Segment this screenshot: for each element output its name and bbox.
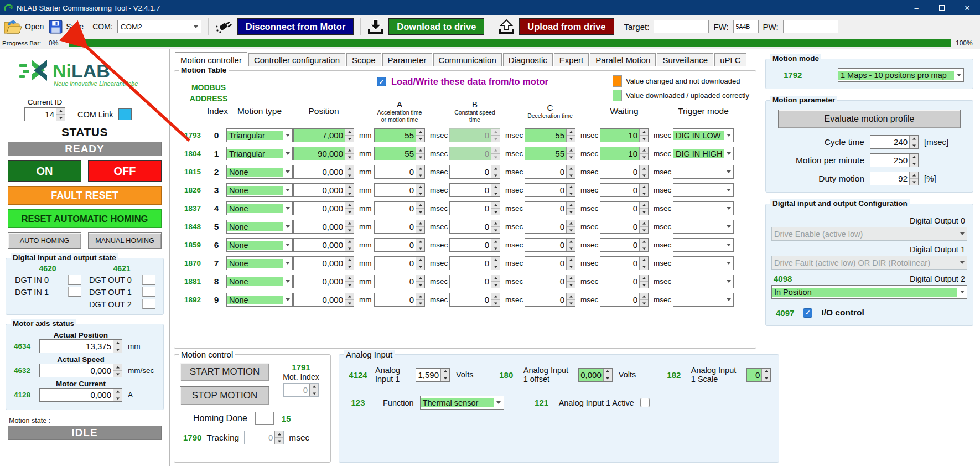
spinner-buttons[interactable] (345, 257, 354, 270)
spinner-buttons[interactable] (491, 184, 500, 196)
spinner-buttons[interactable] (416, 147, 424, 160)
deceleration-time-stepper[interactable]: 0 (525, 293, 575, 307)
spinner-buttons[interactable] (416, 165, 424, 178)
axis-value-stepper[interactable]: 0,000 (39, 388, 122, 402)
spinner-buttons[interactable] (639, 202, 648, 215)
acceleration-time-stepper[interactable]: 0 (374, 293, 425, 307)
constant-speed-time-stepper[interactable]: 0 (449, 238, 500, 252)
constant-speed-time-stepper[interactable]: 0 (449, 128, 500, 142)
off-button[interactable]: OFF (88, 160, 162, 182)
position-stepper[interactable]: 7,000 (293, 128, 354, 142)
manual-homing-button[interactable]: MANUAL HOMING (88, 232, 162, 249)
acceleration-time-stepper[interactable]: 0 (374, 238, 425, 252)
spinner-buttons[interactable] (566, 293, 575, 306)
tab[interactable]: Surveillance (657, 53, 713, 66)
motion-type-select[interactable]: None (226, 201, 293, 215)
motion-type-select[interactable]: None (226, 256, 293, 270)
spinner-buttons[interactable] (345, 129, 354, 142)
mot-index-stepper[interactable]: 0 (283, 383, 319, 397)
parameter-stepper[interactable]: 250 (870, 153, 919, 167)
spinner-buttons[interactable] (345, 239, 354, 251)
waiting-stepper[interactable]: 10 (600, 147, 649, 160)
spinner-buttons[interactable] (416, 129, 424, 142)
spinner-buttons[interactable] (309, 384, 318, 396)
deceleration-time-stepper[interactable]: 55 (525, 147, 575, 160)
position-stepper[interactable]: 90,000 (293, 147, 354, 160)
spinner-buttons[interactable] (345, 184, 354, 196)
waiting-stepper[interactable]: 0 (600, 293, 649, 307)
motion-type-select[interactable]: None (226, 165, 293, 179)
on-button[interactable]: ON (8, 160, 81, 182)
motion-type-select[interactable]: Triangular (226, 128, 293, 142)
spinner-buttons[interactable] (909, 172, 918, 185)
fault-reset-button[interactable]: FAULT RESET (8, 186, 162, 205)
waiting-stepper[interactable]: 0 (600, 256, 649, 270)
spinner-buttons[interactable] (440, 369, 449, 381)
tab[interactable]: Communication (433, 53, 502, 66)
tab[interactable]: Expert (554, 53, 589, 66)
spinner-buttons[interactable] (113, 364, 122, 377)
spinner-buttons[interactable] (274, 431, 283, 444)
open-button[interactable]: Open (3, 19, 44, 34)
position-stepper[interactable]: 0,000 (293, 275, 354, 288)
acceleration-time-stepper[interactable]: 0 (374, 183, 425, 197)
tab[interactable]: Controller configuration (248, 53, 345, 66)
waiting-stepper[interactable]: 0 (600, 183, 649, 197)
spinner-buttons[interactable] (909, 136, 918, 148)
maximize-button[interactable] (929, 0, 955, 15)
position-stepper[interactable]: 0,000 (293, 220, 354, 234)
close-button[interactable]: ✕ (955, 0, 980, 15)
evaluate-motion-profile-button[interactable]: Evaluate motion profile (778, 110, 961, 128)
spinner-buttons[interactable] (491, 293, 500, 306)
io-control-checkbox[interactable] (803, 308, 812, 318)
spinner-buttons[interactable] (491, 220, 500, 233)
spinner-buttons[interactable] (345, 165, 354, 178)
digital-output2-select[interactable]: In Position (771, 285, 967, 299)
waiting-stepper[interactable]: 10 (600, 128, 649, 142)
deceleration-time-stepper[interactable]: 0 (525, 256, 575, 270)
acceleration-time-stepper[interactable]: 0 (374, 275, 425, 288)
trigger-mode-select[interactable] (673, 256, 734, 270)
motion-type-select[interactable]: None (226, 220, 293, 234)
loadwrite-checkbox[interactable] (377, 77, 386, 86)
position-stepper[interactable]: 0,000 (293, 183, 354, 197)
function-select[interactable]: Thermal sensor (420, 396, 504, 410)
constant-speed-time-stepper[interactable]: 0 (449, 147, 500, 160)
spinner-buttons[interactable] (566, 165, 575, 178)
spinner-buttons[interactable] (491, 202, 500, 215)
tab[interactable]: uPLC (714, 53, 746, 66)
tab[interactable]: Parallel Motion (590, 53, 656, 66)
trigger-mode-select[interactable] (673, 201, 734, 215)
acceleration-time-stepper[interactable]: 0 (374, 201, 425, 215)
acceleration-time-stepper[interactable]: 55 (374, 147, 425, 160)
spinner-buttons[interactable] (56, 108, 65, 121)
motion-type-select[interactable]: None (226, 183, 293, 197)
position-stepper[interactable]: 0,000 (293, 256, 354, 270)
acceleration-time-stepper[interactable]: 0 (374, 256, 425, 270)
stop-motion-button[interactable]: STOP MOTION (180, 386, 269, 405)
trigger-mode-select[interactable] (673, 220, 734, 234)
deceleration-time-stepper[interactable]: 0 (525, 220, 575, 234)
constant-speed-time-stepper[interactable]: 0 (449, 275, 500, 288)
acceleration-time-stepper[interactable]: 55 (374, 128, 425, 142)
tracking-stepper[interactable]: 0 (244, 431, 284, 444)
waiting-stepper[interactable]: 0 (600, 238, 649, 252)
spinner-buttons[interactable] (909, 154, 918, 167)
current-id-stepper[interactable]: 14 (24, 107, 65, 121)
waiting-stepper[interactable]: 0 (600, 165, 649, 179)
waiting-stepper[interactable]: 0 (600, 201, 649, 215)
analog-input1-scale-stepper[interactable]: 0 (746, 368, 771, 382)
position-stepper[interactable]: 0,000 (293, 293, 354, 307)
constant-speed-time-stepper[interactable]: 0 (449, 201, 500, 215)
deceleration-time-stepper[interactable]: 0 (525, 165, 575, 179)
waiting-stepper[interactable]: 0 (600, 220, 649, 234)
constant-speed-time-stepper[interactable]: 0 (449, 293, 500, 307)
spinner-buttons[interactable] (603, 369, 612, 381)
spinner-buttons[interactable] (566, 257, 575, 270)
deceleration-time-stepper[interactable]: 0 (525, 183, 575, 197)
analog-input1-active-checkbox[interactable] (640, 398, 650, 407)
spinner-buttons[interactable] (639, 220, 648, 233)
start-motion-button[interactable]: START MOTION (180, 363, 269, 381)
minimize-button[interactable]: – (904, 0, 929, 15)
disconnect-from-motor-button[interactable]: Disconnect from Motor (237, 18, 354, 35)
